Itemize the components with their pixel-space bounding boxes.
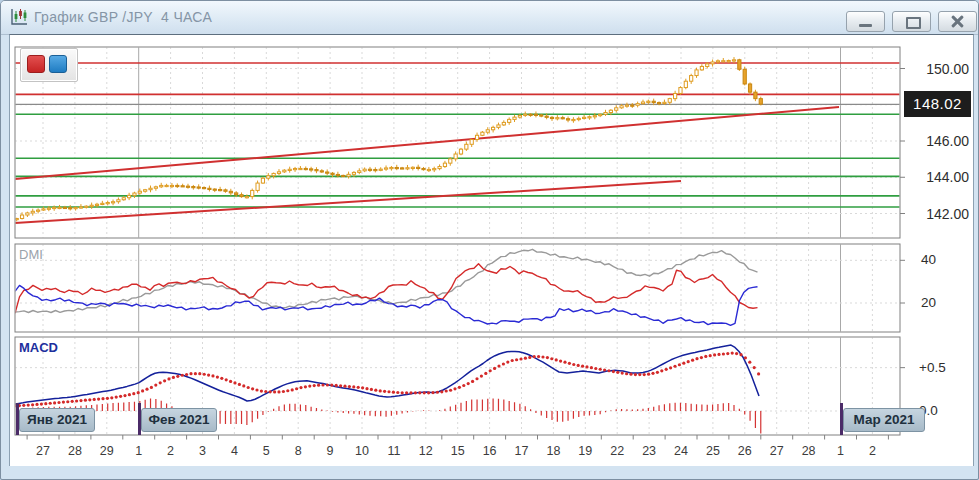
day-label: 23 xyxy=(634,444,664,458)
day-label: 28 xyxy=(60,444,90,458)
chart-toolbar xyxy=(20,48,78,82)
day-label: 8 xyxy=(283,444,313,458)
day-label: 2 xyxy=(857,444,887,458)
day-label: 19 xyxy=(570,444,600,458)
day-label: 5 xyxy=(251,444,281,458)
day-label: 18 xyxy=(538,444,568,458)
price-tick-label: 144.00 xyxy=(907,169,969,185)
month-label-jan: Янв 2021 xyxy=(19,408,95,432)
day-label: 27 xyxy=(28,444,58,458)
day-label: 12 xyxy=(411,444,441,458)
day-label: 22 xyxy=(602,444,632,458)
day-label: 15 xyxy=(443,444,473,458)
day-label: 27 xyxy=(762,444,792,458)
blue-tool-button[interactable] xyxy=(49,55,67,73)
current-price-badge: 148.02 xyxy=(904,91,971,117)
day-label: 24 xyxy=(666,444,696,458)
month-label-feb: Фев 2021 xyxy=(141,408,217,432)
day-label: 26 xyxy=(730,444,760,458)
day-label: 16 xyxy=(475,444,505,458)
price-tick-label: 142.00 xyxy=(907,206,969,222)
day-label: 10 xyxy=(347,444,377,458)
macd-pane-label: MACD xyxy=(19,340,58,355)
day-label: 3 xyxy=(188,444,218,458)
day-label: 28 xyxy=(794,444,824,458)
month-label-mar: Мар 2021 xyxy=(843,408,925,432)
dmi-pane-label: DMI xyxy=(19,247,43,262)
red-tool-button[interactable] xyxy=(27,55,45,73)
price-tick-label: 150.00 xyxy=(907,61,969,77)
dmi-tick-label: 20 xyxy=(921,295,936,310)
day-label: 25 xyxy=(698,444,728,458)
day-label: 1 xyxy=(124,444,154,458)
day-label: 17 xyxy=(507,444,537,458)
day-label: 9 xyxy=(315,444,345,458)
day-label: 1 xyxy=(826,444,856,458)
day-label: 2 xyxy=(156,444,186,458)
day-label: 4 xyxy=(219,444,249,458)
day-label: 11 xyxy=(379,444,409,458)
macd-tick-label: +0.5 xyxy=(919,360,946,375)
app-window: График GBP /JPY 4 ЧАСА DMI MACD 150.0014… xyxy=(0,0,979,480)
dmi-tick-label: 40 xyxy=(921,252,936,267)
day-label: 29 xyxy=(92,444,122,458)
price-tick-label: 146.00 xyxy=(907,133,969,149)
